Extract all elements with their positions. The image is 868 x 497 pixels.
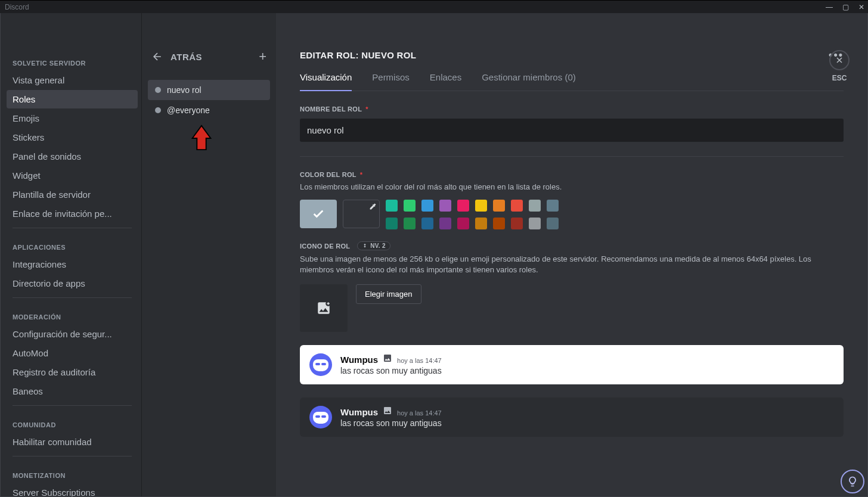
role-color-description: Los miembros utilizan el color del rol m…: [300, 182, 844, 192]
close-settings-button[interactable]: [829, 50, 850, 70]
color-swatch[interactable]: [457, 200, 469, 212]
color-swatch[interactable]: [439, 200, 451, 212]
sidebar-item-vista-general[interactable]: Vista general: [7, 71, 138, 89]
color-swatch[interactable]: [511, 218, 523, 229]
color-swatch[interactable]: [404, 200, 416, 212]
color-swatch[interactable]: [547, 218, 559, 229]
divider: [300, 156, 844, 157]
color-swatch[interactable]: [529, 200, 541, 212]
tab-visualizaci-n[interactable]: Visualización: [300, 72, 352, 91]
roles-list-column: ATRÁS + nuevo rol@everyone: [141, 13, 276, 496]
role-list-label: @everyone: [167, 105, 210, 115]
role-name-label: NOMBRE DEL ROL*: [300, 105, 844, 113]
color-swatch[interactable]: [386, 200, 398, 212]
boost-level-badge: NV. 2: [357, 241, 390, 250]
choose-image-button[interactable]: Elegir imagen: [356, 284, 421, 304]
sidebar-item-server-subscriptions[interactable]: Server Subscriptions: [7, 483, 138, 496]
sidebar-item-emojis[interactable]: Emojis: [7, 109, 138, 128]
sidebar-item-automod[interactable]: AutoMod: [7, 344, 138, 362]
icon-upload-area[interactable]: [300, 284, 348, 332]
sidebar-category: MODERACIÓN: [7, 303, 138, 324]
preview-timestamp: hoy a las 14:47: [397, 357, 442, 364]
color-swatch[interactable]: [421, 218, 433, 229]
sidebar-item-panel-de-sonidos[interactable]: Panel de sonidos: [7, 147, 138, 166]
color-swatch[interactable]: [547, 200, 559, 212]
arrow-left-icon: [151, 51, 163, 63]
color-swatch[interactable]: [439, 218, 451, 229]
window-maximize[interactable]: ▢: [842, 3, 849, 11]
close-icon: [835, 55, 844, 65]
role-list-label: nuevo rol: [167, 85, 202, 95]
avatar: [309, 406, 332, 428]
settings-sidebar: SOLVETIC SERVIDOR Vista generalRolesEmoj…: [1, 13, 141, 496]
tab-permisos[interactable]: Permisos: [372, 72, 410, 91]
sidebar-item-directorio-de-apps[interactable]: Directorio de apps: [7, 274, 138, 293]
preview-message: las rocas son muy antiguas: [340, 366, 442, 375]
check-icon: [312, 207, 325, 220]
role-icon-preview: [383, 353, 392, 363]
sidebar-item-habilitar-comunidad[interactable]: Habilitar comunidad: [7, 433, 138, 451]
role-icon-preview: [383, 406, 392, 415]
role-list-item[interactable]: @everyone: [148, 100, 270, 120]
sidebar-category: APLICACIONES: [7, 233, 138, 254]
esc-label: ESC: [832, 74, 847, 82]
back-label: ATRÁS: [170, 52, 202, 62]
boost-icon: [362, 243, 368, 249]
sidebar-category: COMUNIDAD: [7, 411, 138, 432]
window-close[interactable]: ✕: [858, 3, 864, 11]
sidebar-item-enlace-de-invitaci-n-pe[interactable]: Enlace de invitación pe...: [7, 204, 138, 223]
role-color-dot: [155, 107, 161, 113]
preview-username: Wumpus: [340, 355, 378, 365]
lightbulb-icon: [847, 476, 858, 487]
color-swatch[interactable]: [457, 218, 469, 229]
color-swatch[interactable]: [493, 200, 505, 212]
add-role-button[interactable]: +: [259, 49, 266, 64]
role-color-dot: [155, 87, 161, 93]
tab-enlaces[interactable]: Enlaces: [430, 72, 461, 91]
titlebar: Discord — ▢ ✕: [0, 0, 868, 13]
color-swatch[interactable]: [511, 200, 523, 212]
message-preview-dark: Wumpus hoy a las 14:47 las rocas son muy…: [300, 397, 844, 437]
sidebar-category: MONETIZATION: [7, 461, 138, 483]
image-add-icon: [316, 300, 331, 316]
role-color-label: COLOR DEL ROL*: [300, 171, 844, 178]
app-name: Discord: [5, 3, 29, 11]
panel-title: EDITAR ROL: NUEVO ROL: [300, 50, 416, 60]
color-custom-picker[interactable]: [343, 200, 380, 228]
role-list-item[interactable]: nuevo rol: [148, 80, 270, 100]
preview-message: las rocas son muy antiguas: [340, 418, 442, 428]
eyedropper-icon: [369, 203, 377, 210]
message-preview-light: Wumpus hoy a las 14:47 las rocas son muy…: [300, 345, 844, 384]
color-swatch[interactable]: [386, 218, 398, 229]
color-swatch[interactable]: [404, 218, 416, 229]
role-icon-description: Sube una imagen de menos de 256 kb o eli…: [300, 254, 844, 275]
server-name-header: SOLVETIC SERVIDOR: [7, 49, 138, 70]
color-swatch[interactable]: [421, 200, 433, 212]
role-editor-panel: ESC EDITAR ROL: NUEVO ROL ••• Visualizac…: [276, 13, 867, 496]
sidebar-item-stickers[interactable]: Stickers: [7, 128, 138, 147]
color-swatch[interactable]: [475, 200, 487, 212]
role-icon-label: ICONO DE ROL NV. 2: [300, 241, 844, 250]
color-swatch[interactable]: [529, 218, 541, 229]
color-swatch[interactable]: [475, 218, 487, 229]
sidebar-item-registro-de-auditor-a[interactable]: Registro de auditoría: [7, 363, 138, 381]
sidebar-item-baneos[interactable]: Baneos: [7, 382, 138, 400]
sidebar-item-integraciones[interactable]: Integraciones: [7, 255, 138, 274]
back-button[interactable]: ATRÁS: [151, 51, 202, 63]
help-bubble[interactable]: [841, 470, 864, 493]
sidebar-item-widget[interactable]: Widget: [7, 166, 138, 185]
window-minimize[interactable]: —: [826, 3, 833, 11]
sidebar-item-configuraci-n-de-segur[interactable]: Configuración de segur...: [7, 325, 138, 343]
annotation-arrow-icon: [190, 123, 213, 152]
sidebar-item-plantilla-de-servidor[interactable]: Plantilla de servidor: [7, 185, 138, 204]
preview-username: Wumpus: [340, 407, 378, 417]
color-swatch[interactable]: [493, 218, 505, 229]
tab-gestionar-miembros-0[interactable]: Gestionar miembros (0): [482, 72, 576, 91]
color-default-swatch[interactable]: [300, 200, 337, 228]
role-name-input[interactable]: [300, 119, 844, 142]
preview-timestamp: hoy a las 14:47: [397, 409, 442, 417]
sidebar-item-roles[interactable]: Roles: [7, 90, 138, 108]
avatar: [309, 353, 332, 376]
